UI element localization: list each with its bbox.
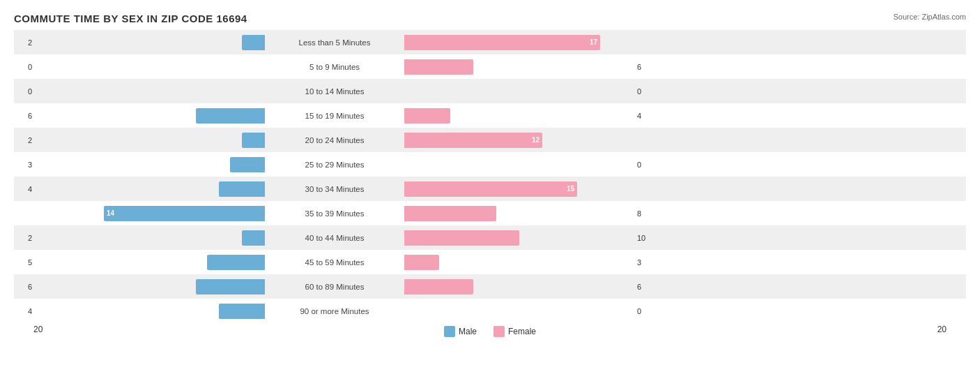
female-bar: 12 bbox=[404, 133, 542, 148]
legend-female-box bbox=[493, 326, 505, 337]
male-bar bbox=[219, 181, 265, 197]
female-bar-value-inside: 17 bbox=[590, 38, 600, 46]
row-label: 60 to 89 Minutes bbox=[265, 283, 404, 291]
chart-container: COMMUTE TIME BY SEX IN ZIP CODE 16694 So… bbox=[0, 0, 980, 365]
male-bar-wrap bbox=[35, 299, 265, 323]
chart-row: 490 or more Minutes0 bbox=[14, 299, 966, 323]
male-bar-wrap bbox=[35, 225, 265, 250]
female-bar-value-inside: 15 bbox=[567, 185, 577, 193]
row-label: 5 to 9 Minutes bbox=[265, 63, 404, 71]
chart-row: 325 to 29 Minutes0 bbox=[14, 152, 966, 177]
female-bar bbox=[404, 59, 473, 75]
male-bar bbox=[242, 133, 265, 148]
chart-row: 615 to 19 Minutes4 bbox=[14, 103, 966, 128]
male-bar-wrap bbox=[35, 103, 265, 128]
male-bar-wrap bbox=[35, 274, 265, 299]
male-bar-wrap bbox=[35, 128, 265, 152]
chart-row: 430 to 34 Minutes15 bbox=[14, 177, 966, 201]
female-value: 3 bbox=[634, 258, 659, 267]
male-value: 4 bbox=[14, 307, 35, 315]
female-bar-wrap bbox=[404, 299, 634, 323]
source-label: Source: ZipAtlas.com bbox=[893, 13, 966, 21]
male-bar-wrap bbox=[35, 177, 265, 201]
female-bar-wrap bbox=[404, 201, 634, 225]
chart-row: 545 to 59 Minutes3 bbox=[14, 250, 966, 274]
chart-row: 1435 to 39 Minutes8 bbox=[14, 201, 966, 225]
male-bar bbox=[207, 255, 265, 270]
male-bar bbox=[230, 157, 265, 172]
legend: Male Female bbox=[444, 326, 536, 337]
male-value: 6 bbox=[14, 112, 35, 120]
row-label: 40 to 44 Minutes bbox=[265, 234, 404, 242]
female-value: 10 bbox=[634, 234, 659, 242]
male-value: 2 bbox=[14, 136, 35, 144]
female-bar bbox=[404, 108, 450, 124]
male-value: 0 bbox=[14, 87, 35, 96]
female-bar-value-inside: 12 bbox=[532, 136, 542, 144]
female-value: 6 bbox=[634, 283, 659, 291]
female-bar: 17 bbox=[404, 35, 600, 50]
legend-male: Male bbox=[444, 326, 477, 337]
male-value: 6 bbox=[14, 283, 35, 291]
chart-row: 240 to 44 Minutes10 bbox=[14, 225, 966, 250]
male-bar bbox=[242, 230, 265, 246]
male-bar: 14 bbox=[104, 206, 265, 221]
row-label: 35 to 39 Minutes bbox=[265, 209, 404, 218]
axis-max-right: 20 bbox=[937, 325, 966, 334]
male-bar bbox=[219, 304, 265, 319]
chart-row: 2Less than 5 Minutes17 bbox=[14, 30, 966, 54]
female-bar bbox=[404, 206, 496, 221]
row-label: 20 to 24 Minutes bbox=[265, 136, 404, 144]
female-value: 0 bbox=[634, 87, 659, 96]
row-label: 15 to 19 Minutes bbox=[265, 112, 404, 120]
male-value: 3 bbox=[14, 161, 35, 169]
male-bar bbox=[242, 35, 265, 50]
axis-min-left: 20 bbox=[14, 325, 43, 334]
male-bar-wrap bbox=[35, 250, 265, 274]
legend-male-box bbox=[444, 326, 455, 337]
chart-row: 220 to 24 Minutes12 bbox=[14, 128, 966, 152]
female-bar-wrap: 17 bbox=[404, 30, 634, 54]
female-bar bbox=[404, 279, 473, 295]
female-bar-wrap bbox=[404, 225, 634, 250]
female-bar bbox=[404, 230, 519, 246]
male-value: 0 bbox=[14, 63, 35, 71]
female-bar-wrap bbox=[404, 103, 634, 128]
female-value: 0 bbox=[634, 307, 659, 315]
legend-male-label: Male bbox=[459, 327, 477, 336]
row-label: Less than 5 Minutes bbox=[265, 38, 404, 47]
bottom-area: 20 Male Female 20 bbox=[14, 325, 966, 337]
chart-row: 660 to 89 Minutes6 bbox=[14, 274, 966, 299]
chart-body: 2Less than 5 Minutes1705 to 9 Minutes601… bbox=[14, 30, 966, 323]
male-value: 2 bbox=[14, 234, 35, 242]
legend-female-label: Female bbox=[508, 327, 536, 336]
female-bar-wrap bbox=[404, 79, 634, 103]
female-bar-wrap bbox=[404, 54, 634, 79]
chart-row: 010 to 14 Minutes0 bbox=[14, 79, 966, 103]
male-bar bbox=[196, 279, 265, 295]
female-bar bbox=[404, 255, 439, 270]
male-bar-wrap bbox=[35, 79, 265, 103]
female-value: 0 bbox=[634, 161, 659, 169]
male-bar-wrap bbox=[35, 54, 265, 79]
female-value: 6 bbox=[634, 63, 659, 71]
female-bar-wrap: 15 bbox=[404, 177, 634, 201]
male-value: 2 bbox=[14, 38, 35, 47]
male-bar bbox=[196, 108, 265, 124]
chart-title: COMMUTE TIME BY SEX IN ZIP CODE 16694 bbox=[14, 13, 966, 24]
row-label: 10 to 14 Minutes bbox=[265, 87, 404, 96]
male-bar-wrap bbox=[35, 152, 265, 177]
male-bar-value-inside: 14 bbox=[104, 209, 114, 217]
male-bar-wrap: 14 bbox=[35, 201, 265, 225]
female-bar-wrap bbox=[404, 152, 634, 177]
row-label: 90 or more Minutes bbox=[265, 307, 404, 315]
legend-female: Female bbox=[493, 326, 536, 337]
chart-row: 05 to 9 Minutes6 bbox=[14, 54, 966, 79]
male-bar-wrap bbox=[35, 30, 265, 54]
male-value: 4 bbox=[14, 185, 35, 193]
female-value: 4 bbox=[634, 112, 659, 120]
female-bar-wrap bbox=[404, 250, 634, 274]
female-bar-wrap: 12 bbox=[404, 128, 634, 152]
female-value: 8 bbox=[634, 209, 659, 218]
row-label: 30 to 34 Minutes bbox=[265, 185, 404, 193]
